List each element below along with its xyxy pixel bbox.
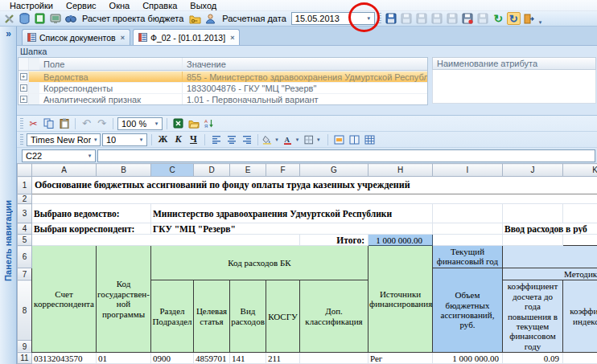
- hdr-fin-sources-cell[interactable]: Источники финансирования: [368, 246, 433, 353]
- hdr-account-cell[interactable]: Счет корреспондента: [32, 246, 97, 353]
- tab-close-icon[interactable]: ×: [119, 34, 125, 42]
- table-grid-icon[interactable]: [363, 133, 377, 146]
- menu-service[interactable]: Сервис: [60, 0, 103, 11]
- font-name-dropdown-icon[interactable]: ▾: [91, 134, 100, 145]
- corr-label-cell[interactable]: Выбран корреспондент:: [32, 223, 151, 235]
- row-header[interactable]: 4: [18, 223, 32, 235]
- hdr-coeff-recalc-cell[interactable]: коэффициент досчета до года повышения в …: [503, 280, 563, 353]
- hdr-volume-cell[interactable]: Объем бюджетных ассигнований, руб.: [433, 268, 503, 352]
- excel-export-icon[interactable]: [171, 117, 185, 130]
- align-left-icon[interactable]: [209, 133, 223, 146]
- total-label-cell[interactable]: Итого:: [300, 235, 368, 246]
- spreadsheet-area[interactable]: A B C D E F G H I J K 1 Обоснование бюдж…: [17, 163, 597, 364]
- tab-document-list[interactable]: Список документов ×: [22, 29, 130, 45]
- hdr-current-year-cell[interactable]: Текущий финансовый год: [433, 246, 503, 268]
- italic-button[interactable]: К: [171, 133, 185, 146]
- zoom-dropdown-icon[interactable]: ▾: [151, 118, 162, 129]
- tools-icon[interactable]: [2, 12, 16, 25]
- save-copy-icon[interactable]: [446, 12, 459, 25]
- undo-icon[interactable]: ↶: [80, 117, 93, 130]
- auto-refresh-toggle-icon[interactable]: ↻: [507, 12, 521, 25]
- col-header-d[interactable]: D: [194, 164, 230, 177]
- font-name-combobox[interactable]: Times New Roman ▾: [27, 133, 101, 146]
- align-center-icon[interactable]: [224, 133, 238, 146]
- row-header[interactable]: 8: [18, 280, 32, 341]
- navigation-panel[interactable]: » Панель навигации: [0, 27, 17, 364]
- expand-plus-icon[interactable]: +: [20, 73, 27, 80]
- save-mark-icon[interactable]: [461, 12, 475, 25]
- select-all-corner[interactable]: [18, 164, 32, 177]
- col-header-g[interactable]: G: [300, 164, 368, 177]
- underline-button[interactable]: Ч: [187, 133, 200, 146]
- calc-date-input[interactable]: 15.05.2013 ▾: [291, 12, 375, 25]
- sort-icon[interactable]: АЯ: [202, 117, 216, 130]
- data-volume-cell[interactable]: 1 000 000.00: [433, 353, 503, 364]
- entry-mode-cell[interactable]: Ввод расходов в руб: [503, 223, 597, 235]
- hdr-program-cell[interactable]: Код государствен- ной программы: [97, 246, 151, 353]
- calc-budget-button[interactable]: Расчет проекта бюджета: [79, 14, 187, 23]
- row-header[interactable]: 6: [18, 246, 32, 268]
- save-export-icon[interactable]: [476, 12, 490, 25]
- split-cells-icon[interactable]: [348, 133, 361, 146]
- align-right-icon[interactable]: [240, 133, 253, 146]
- monitor-icon[interactable]: [48, 12, 62, 25]
- bold-button[interactable]: Ж: [156, 133, 170, 146]
- data-expense-type-cell[interactable]: 141: [230, 353, 266, 364]
- font-size-dropdown-icon[interactable]: ▾: [136, 134, 146, 145]
- data-account-cell[interactable]: 03132043570: [32, 353, 97, 364]
- row-header[interactable]: 3: [18, 204, 32, 223]
- font-size-combobox[interactable]: 10 ▾: [102, 133, 147, 146]
- grid-row-analytic[interactable]: + Аналитический признак 1.01 - Первонача…: [19, 93, 427, 104]
- hdr-kosgu-cell[interactable]: КОСГУ: [266, 280, 300, 353]
- hdr-expense-type-cell[interactable]: Вид расходов: [230, 280, 266, 353]
- sheet-title-cell[interactable]: Обоснование бюджетных ассигнований по фо…: [32, 177, 597, 194]
- merge-cells-icon[interactable]: [332, 133, 346, 146]
- row-header[interactable]: 9: [18, 340, 32, 352]
- menu-windows[interactable]: Окна: [103, 0, 137, 11]
- total-value-cell[interactable]: 1 000 000.00: [368, 235, 433, 246]
- menu-settings[interactable]: Настройки: [3, 0, 60, 11]
- corr-value-cell[interactable]: ГКУ "МЦ "Резерв": [151, 223, 433, 235]
- toolbar-overflow-icon[interactable]: ▾: [537, 19, 544, 26]
- database-icon[interactable]: [18, 12, 31, 25]
- copy-icon[interactable]: [42, 117, 56, 130]
- cut-icon[interactable]: ✂: [27, 117, 40, 130]
- hdr-methodology-cell[interactable]: Методика: [503, 268, 597, 280]
- save-icon[interactable]: [385, 12, 398, 25]
- col-header-b[interactable]: B: [97, 164, 151, 177]
- dept-label-cell[interactable]: Выбрано ведомство:: [32, 204, 151, 223]
- row-header[interactable]: 2: [18, 194, 32, 204]
- font-color-button[interactable]: A ▾: [283, 133, 303, 146]
- column-header-value[interactable]: Значение: [182, 58, 427, 70]
- col-header-c[interactable]: C: [151, 164, 194, 177]
- zoom-combobox[interactable]: 100 % ▾: [117, 117, 163, 130]
- data-target-article-cell[interactable]: 4859701: [194, 353, 230, 364]
- paste-icon[interactable]: [57, 117, 71, 130]
- borders-button[interactable]: ▾: [304, 133, 323, 146]
- data-fin-source-cell[interactable]: Рег: [368, 353, 433, 364]
- expand-plus-icon[interactable]: +: [20, 84, 27, 92]
- save-close-icon[interactable]: [430, 12, 444, 25]
- col-header-h[interactable]: H: [368, 164, 433, 177]
- col-header-f[interactable]: F: [266, 164, 300, 177]
- col-header-k[interactable]: K: [563, 164, 597, 177]
- menu-help[interactable]: Справка: [136, 0, 183, 11]
- column-header-field[interactable]: Поле: [39, 58, 182, 70]
- col-header-i[interactable]: I: [433, 164, 503, 177]
- grid-row-vedomstva[interactable]: + Ведомства 855 - Министерство здравоохр…: [19, 71, 427, 82]
- ledger-icon[interactable]: [33, 12, 47, 25]
- data-razdel-cell[interactable]: 0900: [151, 353, 194, 364]
- open-folder-icon[interactable]: [187, 117, 200, 130]
- fill-color-button[interactable]: ▾: [262, 133, 282, 146]
- data-program-cell[interactable]: 01: [97, 353, 151, 364]
- name-box-dropdown-icon[interactable]: ▾: [84, 150, 95, 162]
- save-as-icon[interactable]: [400, 12, 414, 25]
- tab-close-icon[interactable]: ×: [229, 34, 234, 42]
- row-header[interactable]: 7: [18, 268, 32, 280]
- user-icon[interactable]: [204, 12, 217, 25]
- data-kosgu-cell[interactable]: 211: [266, 353, 300, 364]
- col-header-j[interactable]: J: [503, 164, 563, 177]
- attribute-name-header[interactable]: Наименование атрибута: [432, 57, 596, 70]
- menu-exit[interactable]: Выход: [183, 0, 223, 11]
- expand-plus-icon[interactable]: +: [20, 96, 27, 103]
